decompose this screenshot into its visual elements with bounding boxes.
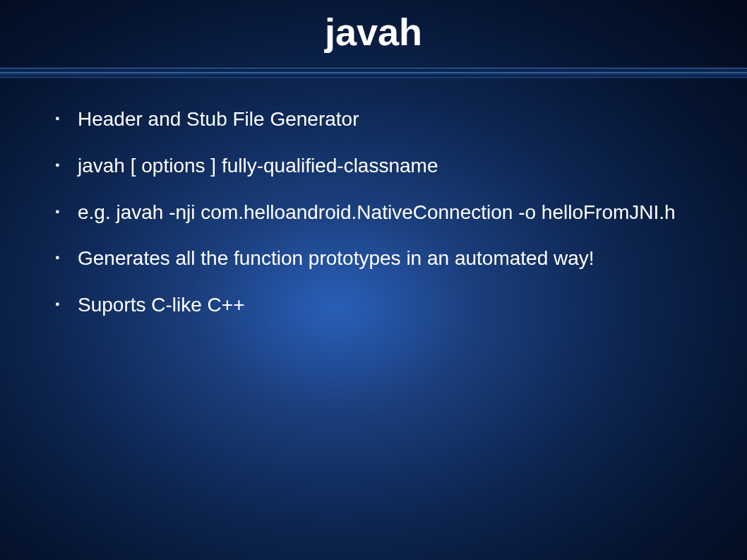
bullet-item: e.g. javah -nji com.helloandroid.NativeC…: [49, 199, 698, 226]
slide: javah Header and Stub File Generator jav…: [0, 0, 747, 560]
slide-title: javah: [0, 10, 747, 54]
bullet-item: Generates all the function prototypes in…: [49, 245, 698, 272]
bullet-list: Header and Stub File Generator javah [ o…: [49, 106, 698, 318]
content-area: Header and Stub File Generator javah [ o…: [0, 79, 747, 338]
divider-line: [0, 66, 747, 79]
bullet-item: Suports C-like C++: [49, 292, 698, 318]
title-area: javah: [0, 0, 747, 66]
bullet-item: Header and Stub File Generator: [49, 106, 698, 133]
bullet-item: javah [ options ] fully-qualified-classn…: [49, 153, 698, 179]
